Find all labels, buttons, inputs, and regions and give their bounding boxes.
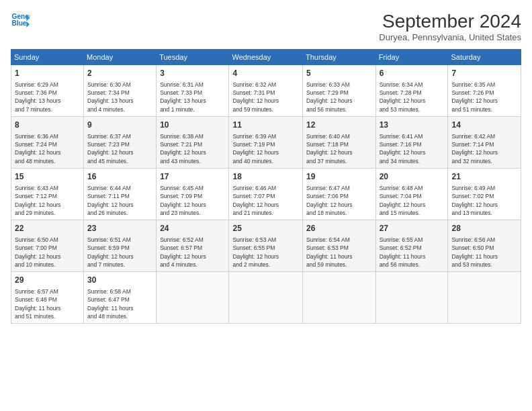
calendar-cell: 18Sunrise: 6:46 AM Sunset: 7:07 PM Dayli…	[229, 169, 303, 220]
calendar-cell: 3Sunrise: 6:31 AM Sunset: 7:33 PM Daylig…	[157, 65, 229, 117]
col-header-saturday: Saturday	[448, 50, 521, 65]
day-number: 14	[451, 120, 517, 131]
calendar-cell: 13Sunrise: 6:41 AM Sunset: 7:16 PM Dayli…	[375, 117, 448, 169]
calendar-cell: 5Sunrise: 6:33 AM Sunset: 7:29 PM Daylig…	[302, 65, 375, 117]
day-info: Sunrise: 6:29 AM Sunset: 7:36 PM Dayligh…	[15, 81, 80, 113]
logo: General Blue	[11, 11, 30, 30]
calendar-cell: 15Sunrise: 6:43 AM Sunset: 7:12 PM Dayli…	[11, 169, 84, 220]
day-number: 7	[451, 68, 517, 79]
calendar-week-5: 29Sunrise: 6:57 AM Sunset: 6:48 PM Dayli…	[11, 272, 521, 324]
day-number: 3	[160, 68, 225, 79]
calendar-cell: 9Sunrise: 6:37 AM Sunset: 7:23 PM Daylig…	[84, 117, 157, 169]
col-header-monday: Monday	[84, 50, 157, 65]
day-info: Sunrise: 6:53 AM Sunset: 6:55 PM Dayligh…	[232, 236, 299, 269]
calendar-cell: 17Sunrise: 6:45 AM Sunset: 7:09 PM Dayli…	[157, 169, 229, 220]
calendar-cell	[229, 272, 303, 324]
day-info: Sunrise: 6:57 AM Sunset: 6:48 PM Dayligh…	[15, 287, 80, 320]
col-header-thursday: Thursday	[302, 50, 375, 65]
col-header-sunday: Sunday	[11, 50, 84, 65]
day-number: 2	[87, 68, 152, 79]
day-number: 30	[87, 275, 152, 286]
day-info: Sunrise: 6:49 AM Sunset: 7:02 PM Dayligh…	[451, 184, 517, 217]
col-header-friday: Friday	[375, 50, 448, 65]
page-header: General Blue September 2024 Duryea, Penn…	[11, 11, 521, 42]
calendar-cell: 21Sunrise: 6:49 AM Sunset: 7:02 PM Dayli…	[448, 169, 521, 220]
day-number: 25	[232, 223, 299, 234]
day-info: Sunrise: 6:30 AM Sunset: 7:34 PM Dayligh…	[87, 81, 152, 113]
calendar-week-1: 1Sunrise: 6:29 AM Sunset: 7:36 PM Daylig…	[11, 65, 521, 117]
day-number: 28	[451, 223, 517, 234]
day-info: Sunrise: 6:58 AM Sunset: 6:47 PM Dayligh…	[87, 287, 152, 320]
calendar-cell: 28Sunrise: 6:56 AM Sunset: 6:50 PM Dayli…	[448, 220, 521, 272]
day-number: 12	[306, 120, 372, 131]
calendar-table: SundayMondayTuesdayWednesdayThursdayFrid…	[11, 49, 521, 324]
day-number: 5	[306, 68, 372, 79]
calendar-cell: 4Sunrise: 6:32 AM Sunset: 7:31 PM Daylig…	[229, 65, 303, 117]
day-number: 11	[232, 120, 299, 131]
month-title: September 2024	[379, 11, 521, 32]
calendar-cell: 8Sunrise: 6:36 AM Sunset: 7:24 PM Daylig…	[11, 117, 84, 169]
calendar-week-4: 22Sunrise: 6:50 AM Sunset: 7:00 PM Dayli…	[11, 220, 521, 272]
title-block: September 2024 Duryea, Pennsylvania, Uni…	[379, 11, 521, 42]
calendar-cell: 30Sunrise: 6:58 AM Sunset: 6:47 PM Dayli…	[84, 272, 157, 324]
day-number: 29	[15, 275, 80, 286]
calendar-cell: 11Sunrise: 6:39 AM Sunset: 7:19 PM Dayli…	[229, 117, 303, 169]
day-info: Sunrise: 6:46 AM Sunset: 7:07 PM Dayligh…	[232, 184, 299, 217]
day-info: Sunrise: 6:51 AM Sunset: 6:59 PM Dayligh…	[87, 236, 152, 269]
location: Duryea, Pennsylvania, United States	[379, 32, 521, 42]
day-number: 22	[15, 223, 80, 234]
day-number: 19	[306, 171, 372, 183]
col-header-wednesday: Wednesday	[229, 50, 303, 65]
day-number: 16	[87, 171, 152, 183]
day-info: Sunrise: 6:44 AM Sunset: 7:11 PM Dayligh…	[87, 184, 152, 217]
calendar-week-2: 8Sunrise: 6:36 AM Sunset: 7:24 PM Daylig…	[11, 117, 521, 169]
day-number: 15	[15, 171, 80, 183]
day-info: Sunrise: 6:36 AM Sunset: 7:24 PM Dayligh…	[15, 132, 80, 165]
calendar-cell	[375, 272, 448, 324]
calendar-cell: 6Sunrise: 6:34 AM Sunset: 7:28 PM Daylig…	[375, 65, 448, 117]
day-info: Sunrise: 6:47 AM Sunset: 7:06 PM Dayligh…	[306, 184, 372, 217]
day-number: 13	[380, 120, 445, 131]
calendar-cell: 29Sunrise: 6:57 AM Sunset: 6:48 PM Dayli…	[11, 272, 84, 324]
calendar-cell	[157, 272, 229, 324]
calendar-cell: 22Sunrise: 6:50 AM Sunset: 7:00 PM Dayli…	[11, 220, 84, 272]
day-info: Sunrise: 6:45 AM Sunset: 7:09 PM Dayligh…	[160, 184, 225, 217]
day-number: 23	[87, 223, 152, 234]
calendar-cell: 20Sunrise: 6:48 AM Sunset: 7:04 PM Dayli…	[375, 169, 448, 220]
calendar-cell: 14Sunrise: 6:42 AM Sunset: 7:14 PM Dayli…	[448, 117, 521, 169]
day-number: 21	[451, 171, 517, 183]
day-info: Sunrise: 6:43 AM Sunset: 7:12 PM Dayligh…	[15, 184, 80, 217]
day-number: 1	[15, 68, 80, 79]
day-number: 17	[160, 171, 225, 183]
day-info: Sunrise: 6:55 AM Sunset: 6:52 PM Dayligh…	[380, 236, 445, 269]
calendar-cell	[302, 272, 375, 324]
calendar-cell: 26Sunrise: 6:54 AM Sunset: 6:53 PM Dayli…	[302, 220, 375, 272]
calendar-cell: 23Sunrise: 6:51 AM Sunset: 6:59 PM Dayli…	[84, 220, 157, 272]
day-number: 9	[87, 120, 152, 131]
day-info: Sunrise: 6:39 AM Sunset: 7:19 PM Dayligh…	[232, 132, 299, 165]
calendar-cell: 1Sunrise: 6:29 AM Sunset: 7:36 PM Daylig…	[11, 65, 84, 117]
day-info: Sunrise: 6:38 AM Sunset: 7:21 PM Dayligh…	[160, 132, 225, 165]
logo-icon: General Blue	[11, 11, 30, 30]
day-info: Sunrise: 6:37 AM Sunset: 7:23 PM Dayligh…	[87, 132, 152, 165]
day-info: Sunrise: 6:40 AM Sunset: 7:18 PM Dayligh…	[306, 132, 372, 165]
day-number: 10	[160, 120, 225, 131]
calendar-cell: 19Sunrise: 6:47 AM Sunset: 7:06 PM Dayli…	[302, 169, 375, 220]
day-info: Sunrise: 6:34 AM Sunset: 7:28 PM Dayligh…	[380, 81, 445, 113]
day-number: 26	[306, 223, 372, 234]
calendar-cell: 27Sunrise: 6:55 AM Sunset: 6:52 PM Dayli…	[375, 220, 448, 272]
calendar-cell: 24Sunrise: 6:52 AM Sunset: 6:57 PM Dayli…	[157, 220, 229, 272]
calendar-header-row: SundayMondayTuesdayWednesdayThursdayFrid…	[11, 50, 521, 65]
day-number: 6	[380, 68, 445, 79]
calendar-cell: 12Sunrise: 6:40 AM Sunset: 7:18 PM Dayli…	[302, 117, 375, 169]
day-number: 18	[232, 171, 299, 183]
day-number: 27	[380, 223, 445, 234]
day-number: 20	[380, 171, 445, 183]
day-number: 8	[15, 120, 80, 131]
calendar-week-3: 15Sunrise: 6:43 AM Sunset: 7:12 PM Dayli…	[11, 169, 521, 220]
calendar-cell: 25Sunrise: 6:53 AM Sunset: 6:55 PM Dayli…	[229, 220, 303, 272]
day-info: Sunrise: 6:35 AM Sunset: 7:26 PM Dayligh…	[451, 81, 517, 113]
day-number: 4	[232, 68, 299, 79]
day-info: Sunrise: 6:56 AM Sunset: 6:50 PM Dayligh…	[451, 236, 517, 269]
calendar-cell: 7Sunrise: 6:35 AM Sunset: 7:26 PM Daylig…	[448, 65, 521, 117]
